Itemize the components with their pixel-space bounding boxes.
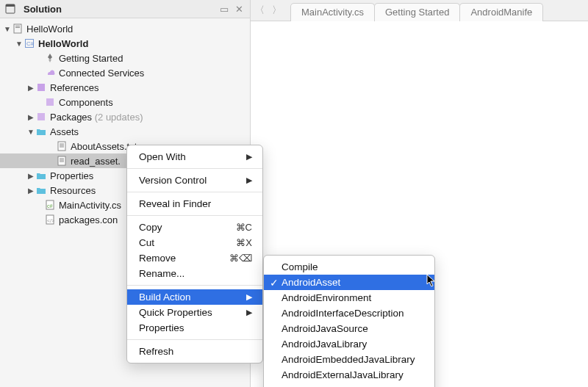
svg-rect-10 — [58, 142, 65, 151]
svg-text:C#: C# — [26, 40, 35, 47]
pin-icon[interactable]: ▭ — [219, 4, 229, 14]
tree-label: Resources — [50, 185, 96, 196]
tree-label: Properties — [50, 170, 93, 181]
menu-reveal-in-finder[interactable]: Reveal in Finder — [127, 196, 262, 211]
menu-separator — [127, 192, 262, 192]
menu-label: Quick Properties — [139, 307, 224, 318]
menu-label: Open With — [139, 151, 224, 162]
svg-rect-7 — [37, 84, 45, 91]
chevron-right-icon[interactable]: ▶ — [26, 84, 35, 92]
tree-label: HelloWorld — [26, 23, 73, 35]
nav-forward-icon[interactable]: 〉 — [272, 4, 282, 17]
menu-label: Compile — [282, 261, 424, 272]
tree-label: References — [50, 82, 98, 93]
tree-node-project[interactable]: ▼ C# HelloWorld — [0, 36, 250, 51]
svg-text:</>: </> — [47, 218, 54, 223]
submenu-arrow-icon: ▶ — [246, 176, 252, 185]
menu-label: AndroidJavaSource — [282, 323, 424, 334]
submenu-android-java-source[interactable]: AndroidJavaSource — [264, 321, 434, 336]
submenu-android-java-library[interactable]: AndroidJavaLibrary — [264, 336, 434, 352]
solution-file-icon — [12, 23, 24, 35]
menu-open-with[interactable]: Open With ▶ — [127, 149, 262, 164]
rocket-icon — [44, 52, 56, 64]
menu-build-action[interactable]: Build Action ▶ — [127, 289, 262, 305]
tree-node-getting-started[interactable]: • Getting Started — [0, 51, 250, 65]
submenu-arrow-icon: ▶ — [246, 292, 252, 302]
chevron-down-icon[interactable]: ▼ — [3, 25, 12, 33]
references-icon — [35, 82, 47, 93]
submenu-android-external-java-library[interactable]: AndroidExternalJavaLibrary — [264, 367, 434, 383]
packages-icon — [35, 111, 47, 123]
menu-label: AndroidEmbeddedJavaLibrary — [282, 354, 424, 365]
tab-label: MainActivity.cs — [301, 7, 364, 18]
tab-label: AndroidManife — [470, 7, 532, 18]
menu-label: AndroidJavaLibrary — [282, 339, 424, 350]
tree-label: read_asset. — [71, 156, 121, 167]
menu-label: Cut — [139, 237, 214, 248]
context-menu: Open With ▶ Version Control ▶ Reveal in … — [126, 145, 263, 364]
chevron-right-icon[interactable]: ▶ — [26, 187, 35, 195]
menu-remove[interactable]: Remove ⌘⌫ — [127, 250, 262, 266]
menu-version-control[interactable]: Version Control ▶ — [127, 173, 262, 188]
submenu-arrow-icon: ▶ — [246, 308, 252, 317]
menu-shortcut: ⌘X — [236, 237, 252, 248]
tree-node-assets[interactable]: ▼ Assets — [0, 124, 250, 139]
menu-label: Remove — [139, 253, 207, 264]
submenu-android-environment[interactable]: AndroidEnvironment — [264, 290, 434, 305]
menu-refresh[interactable]: Refresh — [127, 344, 262, 359]
submenu-android-asset[interactable]: AndroidAsset — [264, 275, 434, 290]
nav-back-icon[interactable]: 〈 — [255, 4, 265, 17]
submenu-android-interface-description[interactable]: AndroidInterfaceDescription — [264, 305, 434, 321]
config-file-icon: </> — [44, 214, 56, 225]
submenu-compile[interactable]: Compile — [264, 259, 434, 275]
menu-label: AndroidInterfaceDescription — [282, 308, 424, 319]
menu-label: Reveal in Finder — [139, 198, 252, 209]
tree-node-connected-services[interactable]: • Connected Services — [0, 65, 250, 80]
menu-properties[interactable]: Properties — [127, 320, 262, 336]
svg-rect-14 — [58, 156, 65, 165]
menu-rename[interactable]: Rename... — [127, 266, 262, 281]
menu-label: Version Control — [139, 175, 224, 186]
menu-quick-properties[interactable]: Quick Properties ▶ — [127, 305, 262, 320]
menu-separator — [127, 339, 262, 340]
menu-copy[interactable]: Copy ⌘C — [127, 220, 262, 235]
chevron-down-icon[interactable]: ▼ — [15, 40, 24, 48]
submenu-arrow-icon: ▶ — [246, 152, 252, 162]
text-file-icon — [56, 140, 68, 152]
tree-label: Components — [59, 97, 113, 108]
menu-label: AndroidExternalJavaLibrary — [282, 369, 424, 380]
close-icon[interactable]: ✕ — [234, 4, 244, 14]
svg-rect-1 — [6, 4, 15, 7]
folder-icon — [35, 184, 47, 196]
svg-text:c#: c# — [47, 203, 53, 209]
menu-label: Rename... — [139, 268, 252, 279]
tab-getting-started[interactable]: Getting Started — [374, 3, 460, 21]
tab-mainactivity[interactable]: MainActivity.cs — [290, 3, 375, 21]
menu-label: Copy — [139, 222, 214, 233]
menu-shortcut: ⌘C — [236, 222, 252, 233]
menu-label: AndroidAsset — [282, 277, 424, 288]
chevron-right-icon[interactable]: ▶ — [26, 113, 35, 121]
submenu-android-native-library[interactable]: AndroidNativeLibrary — [264, 383, 434, 387]
menu-cut[interactable]: Cut ⌘X — [127, 235, 262, 250]
menu-label: Refresh — [139, 346, 252, 357]
tree-node-packages[interactable]: ▶ Packages (2 updates) — [0, 109, 250, 124]
solution-panel-header: Solution ▭ ✕ — [0, 0, 250, 18]
tabs-bar: 〈 〉 MainActivity.cs Getting Started Andr… — [251, 0, 588, 21]
chevron-down-icon[interactable]: ▼ — [26, 128, 35, 136]
svg-rect-8 — [46, 98, 54, 106]
tree-label: Packages (2 updates) — [50, 112, 143, 123]
tree-label: Connected Services — [59, 68, 144, 79]
tree-node-references[interactable]: ▶ References — [0, 80, 250, 95]
tree-node-components[interactable]: • Components — [0, 95, 250, 109]
tree-node-solution[interactable]: ▼ HelloWorld — [0, 21, 250, 36]
csproj-icon: C# — [24, 37, 35, 49]
submenu-android-embedded-java-library[interactable]: AndroidEmbeddedJavaLibrary — [264, 352, 434, 367]
tree-label: MainActivity.cs — [59, 200, 121, 211]
svg-rect-9 — [37, 113, 45, 120]
tree-label: Assets — [50, 126, 79, 137]
menu-label: AndroidEnvironment — [282, 292, 424, 303]
menu-label: Properties — [139, 322, 252, 333]
chevron-right-icon[interactable]: ▶ — [26, 172, 35, 180]
tab-android-manifest[interactable]: AndroidManife — [459, 3, 543, 21]
